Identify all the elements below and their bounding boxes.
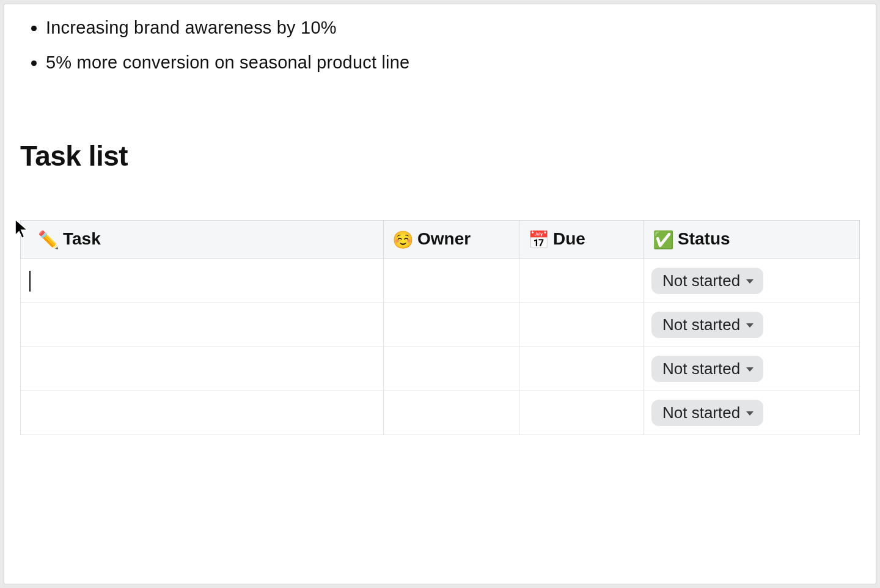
task-table-body: Not started Not started xyxy=(21,259,860,435)
document-page: Increasing brand awareness by 10% 5% mor… xyxy=(4,4,876,584)
owner-cell[interactable] xyxy=(384,347,519,391)
status-label: Not started xyxy=(662,271,740,290)
col-header-label: Owner xyxy=(417,229,471,248)
status-label: Not started xyxy=(662,315,740,334)
table-header-row: ✏️Task ☺️Owner 📅Due ✅Status xyxy=(21,221,860,259)
section-heading[interactable]: Task list xyxy=(20,139,860,172)
checkmark-icon: ✅ xyxy=(653,230,674,250)
due-cell[interactable] xyxy=(519,347,644,391)
status-cell[interactable]: Not started xyxy=(644,347,860,391)
col-header-task[interactable]: ✏️Task xyxy=(21,221,384,259)
due-cell[interactable] xyxy=(519,259,644,303)
bullet-item[interactable]: 5% more conversion on seasonal product l… xyxy=(46,45,860,80)
smiley-icon: ☺️ xyxy=(392,230,414,250)
text-caret-icon xyxy=(29,271,31,292)
col-header-due[interactable]: 📅Due xyxy=(519,221,644,259)
status-cell[interactable]: Not started xyxy=(644,259,860,303)
status-dropdown[interactable]: Not started xyxy=(651,400,763,426)
col-header-owner[interactable]: ☺️Owner xyxy=(384,221,519,259)
due-cell[interactable] xyxy=(519,303,644,347)
status-cell[interactable]: Not started xyxy=(644,391,860,435)
status-label: Not started xyxy=(662,359,740,378)
table-row: Not started xyxy=(21,347,860,391)
pencil-icon: ✏️ xyxy=(38,230,59,250)
chevron-down-icon xyxy=(746,279,754,284)
status-label: Not started xyxy=(662,403,740,422)
due-cell[interactable] xyxy=(519,391,644,435)
chevron-down-icon xyxy=(746,323,754,328)
col-header-label: Due xyxy=(553,229,585,248)
table-row: Not started xyxy=(21,391,860,435)
chevron-down-icon xyxy=(746,411,754,416)
col-header-label: Status xyxy=(678,229,730,248)
task-cell[interactable] xyxy=(21,347,384,391)
chevron-down-icon xyxy=(746,367,754,372)
owner-cell[interactable] xyxy=(384,303,519,347)
task-table-wrap: ✏️Task ☺️Owner 📅Due ✅Status xyxy=(20,220,860,435)
status-dropdown[interactable]: Not started xyxy=(651,268,763,294)
task-cell[interactable] xyxy=(21,259,384,303)
task-table: ✏️Task ☺️Owner 📅Due ✅Status xyxy=(20,220,860,435)
col-header-status[interactable]: ✅Status xyxy=(644,221,860,259)
owner-cell[interactable] xyxy=(384,259,519,303)
status-cell[interactable]: Not started xyxy=(644,303,860,347)
task-cell[interactable] xyxy=(21,303,384,347)
calendar-icon: 📅 xyxy=(528,230,549,250)
table-row: Not started xyxy=(21,303,860,347)
table-row: Not started xyxy=(21,259,860,303)
task-cell[interactable] xyxy=(21,391,384,435)
status-dropdown[interactable]: Not started xyxy=(651,356,763,382)
status-dropdown[interactable]: Not started xyxy=(651,312,763,338)
owner-cell[interactable] xyxy=(384,391,519,435)
mouse-cursor-icon xyxy=(14,219,30,240)
col-header-label: Task xyxy=(63,229,101,248)
bullet-item[interactable]: Increasing brand awareness by 10% xyxy=(46,10,860,45)
bullet-list: Increasing brand awareness by 10% 5% mor… xyxy=(25,10,860,79)
